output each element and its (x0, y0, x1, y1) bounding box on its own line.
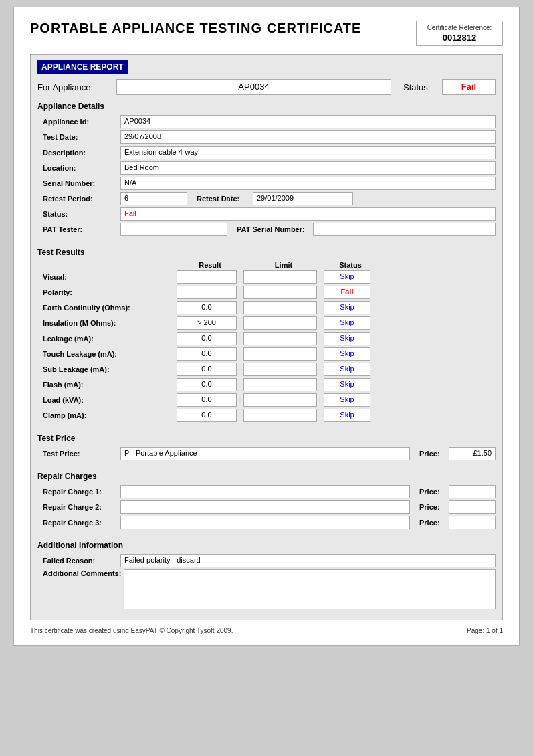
test-row-result-4[interactable]: 0.0 (177, 332, 237, 345)
test-price-input[interactable]: P - Portable Appliance (120, 447, 410, 460)
test-result-row: Leakage (mA): 0.0 Skip (37, 332, 496, 345)
test-row-result-8[interactable]: 0.0 (177, 393, 237, 407)
test-row-limit-2[interactable] (243, 301, 317, 314)
divider-4 (37, 535, 496, 535)
repair-desc-input-0[interactable] (120, 485, 410, 498)
retest-date-input[interactable]: 29/01/2009 (253, 192, 353, 205)
pat-serial-input[interactable] (313, 223, 496, 236)
test-price-label: Test Price: (37, 450, 118, 458)
col-status-header: Status (324, 261, 377, 269)
test-row-limit-4[interactable] (243, 332, 317, 345)
test-row-limit-0[interactable] (243, 270, 317, 284)
description-value[interactable]: Extension cable 4-way (120, 146, 496, 159)
repair-label-0: Repair Charge 1: (37, 488, 118, 496)
test-row-result-0[interactable] (177, 270, 237, 284)
repair-price-input-0[interactable] (449, 485, 496, 498)
retest-row: Retest Period: 6 Retest Date: 29/01/2009 (37, 192, 496, 205)
test-price-row: Test Price: P - Portable Appliance Price… (37, 447, 496, 460)
location-value[interactable]: Bed Room (120, 161, 496, 175)
test-results-cols: Result Limit Status (37, 261, 496, 269)
test-result-row: Touch Leakage (mA): 0.0 Skip (37, 347, 496, 361)
repair-price-label-2: Price: (419, 518, 446, 527)
pat-row: PAT Tester: PAT Serial Number: (37, 223, 496, 236)
test-result-row: Clamp (mA): 0.0 Skip (37, 409, 496, 422)
divider-2 (37, 428, 496, 428)
test-results-title: Test Results (37, 248, 496, 257)
failed-reason-row: Failed Reason: Failed polarity - discard (37, 554, 496, 567)
status-field-row: Status: Fail (37, 207, 496, 221)
footer-copyright: This certificate was created using EasyP… (30, 627, 233, 634)
test-row-limit-9[interactable] (243, 409, 317, 422)
test-row-result-5[interactable]: 0.0 (177, 347, 237, 361)
serial-number-value[interactable]: N/A (120, 177, 496, 190)
section-header: APPLIANCE REPORT (37, 60, 128, 74)
test-row-status-9: Skip (324, 409, 370, 422)
col-limit-header: Limit (243, 261, 324, 269)
test-row-label-0: Visual: (43, 273, 177, 281)
test-row-status-8: Skip (324, 393, 370, 407)
repair-charge-row: Repair Charge 3: Price: (37, 516, 496, 529)
status-field-value[interactable]: Fail (120, 207, 496, 221)
test-result-row: Earth Continuity (Ohms): 0.0 Skip (37, 301, 496, 314)
for-appliance-input[interactable]: AP0034 (116, 79, 391, 95)
test-result-row: Sub Leakage (mA): 0.0 Skip (37, 363, 496, 376)
test-row-label-3: Insulation (M Ohms): (43, 319, 177, 327)
repair-price-label-0: Price: (419, 488, 446, 496)
repair-charge-row: Repair Charge 1: Price: (37, 485, 496, 498)
page-title: PORTABLE APPLIANCE TESTING CERTIFICATE (30, 21, 416, 36)
test-row-result-3[interactable]: > 200 (177, 316, 237, 330)
page-header: PORTABLE APPLIANCE TESTING CERTIFICATE C… (30, 21, 503, 46)
test-row-limit-7[interactable] (243, 378, 317, 391)
test-result-row: Flash (mA): 0.0 Skip (37, 378, 496, 391)
additional-comments-input[interactable] (124, 569, 496, 609)
repair-desc-input-2[interactable] (120, 516, 410, 529)
test-row-result-1[interactable] (177, 286, 237, 299)
appliance-id-value[interactable]: AP0034 (120, 115, 496, 128)
retest-period-label: Retest Period: (37, 195, 118, 203)
status-label: Status: (403, 82, 437, 92)
test-row-limit-1[interactable] (243, 286, 317, 299)
test-row-label-1: Polarity: (43, 288, 177, 296)
serial-number-label: Serial Number: (37, 179, 118, 187)
test-row-label-2: Earth Continuity (Ohms): (43, 304, 177, 312)
for-appliance-row: For Appliance: AP0034 Status: Fail (37, 79, 496, 95)
test-row-limit-8[interactable] (243, 393, 317, 407)
failed-reason-label: Failed Reason: (37, 557, 118, 565)
cert-ref-label: Certificate Reference: (422, 24, 497, 31)
test-row-result-9[interactable]: 0.0 (177, 409, 237, 422)
test-row-status-3: Skip (324, 316, 370, 330)
retest-date-label: Retest Date: (197, 195, 250, 203)
repair-price-input-2[interactable] (449, 516, 496, 529)
test-row-status-1: Fail (324, 286, 370, 299)
test-result-row: Load (kVA): 0.0 Skip (37, 393, 496, 407)
repair-charges-title: Repair Charges (37, 472, 496, 481)
test-row-result-2[interactable]: 0.0 (177, 301, 237, 314)
additional-comments-label: Additional Comments: (37, 569, 121, 577)
description-row: Description: Extension cable 4-way (37, 146, 496, 159)
description-label: Description: (37, 149, 118, 157)
divider-3 (37, 466, 496, 466)
retest-period-input[interactable]: 6 (120, 192, 187, 205)
additional-comments-row: Additional Comments: (37, 569, 496, 609)
serial-number-row: Serial Number: N/A (37, 177, 496, 190)
price-value-input[interactable]: £1.50 (449, 447, 496, 460)
failed-reason-input[interactable]: Failed polarity - discard (120, 554, 496, 567)
test-row-limit-3[interactable] (243, 316, 317, 330)
location-row: Location: Bed Room (37, 161, 496, 175)
test-result-row: Polarity: Fail (37, 286, 496, 299)
test-row-status-6: Skip (324, 363, 370, 376)
location-label: Location: (37, 164, 118, 172)
divider-1 (37, 242, 496, 242)
appliance-id-row: Appliance Id: AP0034 (37, 115, 496, 128)
main-section: APPLIANCE REPORT For Appliance: AP0034 S… (30, 54, 503, 620)
test-row-limit-6[interactable] (243, 363, 317, 376)
repair-desc-input-1[interactable] (120, 500, 410, 514)
test-row-label-9: Clamp (mA): (43, 411, 177, 419)
test-row-result-7[interactable]: 0.0 (177, 378, 237, 391)
pat-tester-input[interactable] (120, 223, 227, 236)
test-date-value[interactable]: 29/07/2008 (120, 130, 496, 144)
test-row-result-6[interactable]: 0.0 (177, 363, 237, 376)
repair-price-input-1[interactable] (449, 500, 496, 514)
repair-label-1: Repair Charge 2: (37, 503, 118, 511)
test-row-limit-5[interactable] (243, 347, 317, 361)
